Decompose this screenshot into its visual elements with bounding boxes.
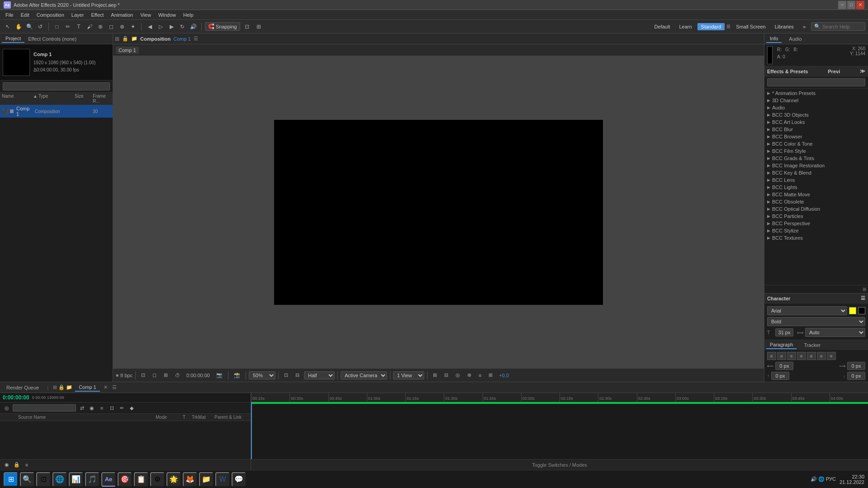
project-item-comp1[interactable]: ⬛ Comp 1 Composition 30: [0, 105, 113, 118]
tl-btn-motion[interactable]: ⊡: [108, 404, 116, 412]
menu-file[interactable]: File: [2, 11, 17, 19]
brush-tool[interactable]: 🖌: [85, 22, 95, 32]
taskbar-chat[interactable]: 💬: [232, 472, 246, 487]
tl-btn-mask[interactable]: ✏: [118, 404, 126, 412]
viewer-guides-btn[interactable]: ⊟: [441, 371, 451, 379]
hand-tool[interactable]: ✋: [14, 22, 24, 32]
viewer-time-icon[interactable]: ⏱: [172, 372, 183, 379]
effects-section-animation-presets[interactable]: ▶ * Animation Presets: [764, 90, 868, 97]
taskbar-fileexplorer[interactable]: 📁: [199, 472, 213, 487]
tracking-select[interactable]: Auto: [805, 328, 865, 337]
effects-section-bccgrads[interactable]: ▶ BCC Grads & Tints: [764, 155, 868, 162]
minimize-button[interactable]: ─: [838, 1, 846, 9]
tl-btn-transfer[interactable]: ⇄: [78, 404, 86, 412]
puppet-tool[interactable]: ✦: [128, 22, 138, 32]
effects-section-bcc3d[interactable]: ▶ BCC 3D Objects: [764, 111, 868, 118]
justify-right-btn[interactable]: ≡: [817, 352, 826, 360]
comp-menu-icon[interactable]: ☰: [194, 36, 198, 42]
tab-audio[interactable]: Audio: [785, 35, 805, 43]
tab-paragraph[interactable]: Paragraph: [766, 341, 797, 349]
viewer-alpha-icon[interactable]: ⊟: [293, 371, 302, 379]
taskbar-search[interactable]: 🔍: [20, 472, 34, 487]
viewer-preview-icon[interactable]: ⊡: [281, 371, 291, 379]
font-size-input[interactable]: [775, 328, 793, 336]
clone-tool[interactable]: ⊕: [95, 22, 105, 32]
effects-section-bcccolor[interactable]: ▶ BCC Color & Tone: [764, 140, 868, 147]
taskbar-taskview[interactable]: ⊡: [36, 472, 51, 487]
workspace-learn[interactable]: Learn: [675, 23, 695, 30]
effects-section-bccoptical[interactable]: ▶ BCC Optical Diffusion: [764, 205, 868, 213]
rotation-tool[interactable]: ↺: [35, 22, 45, 32]
menu-layer[interactable]: Layer: [68, 11, 88, 19]
playhead[interactable]: [251, 402, 252, 459]
menu-animation[interactable]: Animation: [107, 11, 137, 19]
next-frame[interactable]: ▶: [166, 22, 176, 32]
taskbar-music[interactable]: 🎵: [85, 472, 100, 487]
audio-btn[interactable]: 🔊: [188, 22, 198, 32]
extra-tools[interactable]: ⊡: [242, 22, 252, 32]
tab-project[interactable]: Project: [2, 35, 24, 43]
menu-window[interactable]: Window: [155, 11, 180, 19]
viewer-grid-btn[interactable]: ⊞: [430, 371, 440, 379]
eraser-tool[interactable]: ◻: [106, 22, 116, 32]
effects-section-bcclights[interactable]: ▶ BCC Lights: [764, 184, 868, 191]
maximize-button[interactable]: □: [847, 1, 855, 9]
zoom-select[interactable]: 50% 100% 25%: [249, 371, 275, 379]
font-style-select[interactable]: Bold: [767, 317, 865, 326]
effects-section-bcctextures[interactable]: ▶ BCC Textures: [764, 234, 868, 242]
taskbar-word[interactable]: W: [215, 472, 230, 487]
start-button[interactable]: ⊞: [4, 472, 18, 487]
rectangle-tool[interactable]: □: [52, 22, 62, 32]
effects-section-3d-channel[interactable]: ▶ 3D Channel: [764, 97, 868, 104]
search-help-input[interactable]: [822, 24, 859, 29]
timeline-close[interactable]: ✕: [104, 384, 108, 390]
effects-section-bccmatte[interactable]: ▶ BCC Matte Move: [764, 191, 868, 198]
align-center-btn[interactable]: ≡: [777, 352, 786, 360]
toggle-switches-label[interactable]: Toggle Switches / Modes: [532, 462, 587, 468]
tl-btn-marker[interactable]: ◆: [128, 404, 136, 412]
viewer-quality-icon[interactable]: ◻: [150, 371, 159, 379]
effects-section-bccstylize[interactable]: ▶ BCC Stylize: [764, 227, 868, 234]
effects-section-bcckey[interactable]: ▶ BCC Key & Blend: [764, 169, 868, 176]
taskbar-firefox[interactable]: 🦊: [183, 472, 197, 487]
taskbar-folders[interactable]: 📊: [69, 472, 83, 487]
selection-tool[interactable]: ↖: [3, 22, 13, 32]
menu-composition[interactable]: Composition: [33, 11, 68, 19]
text-tool[interactable]: T: [74, 22, 84, 32]
extra-tools2[interactable]: ⊞: [254, 22, 264, 32]
menu-edit[interactable]: Edit: [17, 11, 33, 19]
taskbar-target[interactable]: 🎯: [118, 472, 132, 487]
font-family-select[interactable]: Arial: [767, 306, 847, 315]
loop-btn[interactable]: ↻: [177, 22, 187, 32]
zoom-tool[interactable]: 🔍: [24, 22, 34, 32]
menu-effect[interactable]: Effect: [87, 11, 107, 19]
justify-left-btn[interactable]: ≡: [797, 352, 806, 360]
workspace-default[interactable]: Default: [651, 23, 674, 30]
menu-view[interactable]: View: [137, 11, 155, 19]
snapping-toggle[interactable]: 🧲 Snapping: [205, 22, 240, 31]
play-btn[interactable]: ▷: [156, 22, 166, 32]
tl-lock-icon[interactable]: 🔒: [13, 461, 21, 469]
justify-all-btn[interactable]: ≡: [827, 352, 836, 360]
taskbar-ae[interactable]: Ae: [101, 472, 116, 487]
effects-section-bccimage[interactable]: ▶ BCC Image Restoration: [764, 162, 868, 169]
justify-center-btn[interactable]: ≡: [807, 352, 816, 360]
taskbar-settings[interactable]: ⚙: [150, 472, 165, 487]
breadcrumb-comp1[interactable]: Comp 1: [116, 47, 139, 54]
tl-btn-solo2[interactable]: ◉: [88, 404, 96, 412]
taskbar-edge[interactable]: 🌐: [52, 472, 67, 487]
close-button[interactable]: ✕: [856, 1, 864, 9]
effects-expand-icon[interactable]: ⊞: [863, 287, 866, 292]
camera-select[interactable]: Active Camera: [341, 371, 387, 379]
align-left-btn[interactable]: ≡: [767, 352, 776, 360]
timeline-search[interactable]: [13, 404, 76, 412]
workspace-more[interactable]: »: [799, 23, 809, 30]
menu-help[interactable]: Help: [180, 11, 197, 19]
viewer-3d-btn[interactable]: ⊕: [465, 371, 474, 379]
effects-section-audio[interactable]: ▶ Audio: [764, 104, 868, 111]
workspace-libraries[interactable]: Libraries: [771, 23, 797, 30]
viewer-snapshot[interactable]: 📸: [231, 371, 243, 379]
roto-tool[interactable]: ⊗: [117, 22, 127, 32]
tab-info[interactable]: Info: [766, 35, 782, 43]
workspace-standard[interactable]: Standard: [697, 23, 725, 30]
